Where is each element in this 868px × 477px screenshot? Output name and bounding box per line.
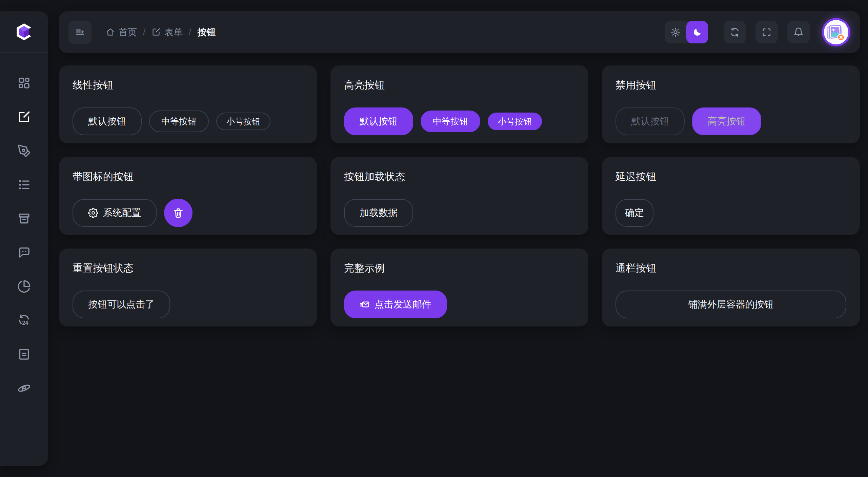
button-row: 系统配置 bbox=[73, 199, 303, 227]
card-title: 延迟按钮 bbox=[615, 170, 846, 184]
notifications-button[interactable] bbox=[787, 21, 810, 43]
card: 延迟按钮确定 bbox=[602, 157, 860, 235]
breadcrumb-home[interactable]: 首页 bbox=[106, 26, 137, 38]
fullscreen-button[interactable] bbox=[755, 21, 778, 43]
cube-logo-icon bbox=[15, 23, 33, 41]
small-button[interactable]: 小号按钮 bbox=[216, 113, 270, 130]
sidebar-item-documents[interactable] bbox=[17, 347, 31, 361]
app-logo[interactable] bbox=[0, 11, 48, 53]
sidebar-item-archive[interactable] bbox=[17, 212, 31, 225]
message-icon bbox=[17, 246, 31, 259]
card: 通栏按钮铺满外层容器的按钮 bbox=[602, 249, 860, 326]
sidebar-item-dashboard[interactable] bbox=[17, 76, 31, 90]
small-primary-button[interactable]: 小号按钮 bbox=[488, 113, 542, 130]
card-title: 禁用按钮 bbox=[615, 78, 846, 92]
send-mail-button[interactable]: 点击发送邮件 bbox=[344, 291, 447, 318]
button-label: 点击发送邮件 bbox=[375, 298, 431, 311]
default-primary-button[interactable]: 默认按钮 bbox=[344, 107, 413, 135]
button-label: 默认按钮 bbox=[88, 115, 126, 128]
gear-icon bbox=[88, 208, 98, 218]
mail-send-icon bbox=[360, 299, 370, 310]
broken-image-avatar-icon bbox=[824, 20, 848, 44]
default-button[interactable]: 默认按钮 bbox=[73, 107, 142, 135]
archive-icon bbox=[17, 212, 31, 225]
button-label: 中等按钮 bbox=[433, 116, 468, 127]
theme-toggle bbox=[665, 21, 708, 43]
card: 禁用按钮默认按钮高亮按钮 bbox=[602, 65, 860, 143]
bell-icon bbox=[793, 27, 804, 37]
confirm-button[interactable]: 确定 bbox=[615, 199, 653, 227]
sidebar-item-schedule-24h[interactable]: 24 bbox=[17, 314, 31, 327]
refresh-button[interactable] bbox=[724, 21, 746, 43]
sidebar-item-design[interactable] bbox=[17, 144, 31, 158]
button-label: 确定 bbox=[625, 206, 644, 219]
button-label: 铺满外层容器的按钮 bbox=[688, 298, 774, 311]
button-label: 中等按钮 bbox=[161, 116, 197, 127]
load-data-button[interactable]: 加载数据 bbox=[344, 199, 413, 227]
sidebar-item-browser[interactable]: e bbox=[17, 381, 31, 395]
card-title: 通栏按钮 bbox=[615, 261, 846, 275]
trash-icon bbox=[173, 207, 184, 219]
sun-icon bbox=[670, 27, 681, 37]
card-title: 重置按钮状态 bbox=[73, 261, 303, 275]
pie-chart-icon bbox=[17, 280, 31, 293]
breadcrumb-current: 按钮 bbox=[197, 26, 216, 38]
button-label: 小号按钮 bbox=[498, 116, 532, 127]
button-row: 确定 bbox=[615, 199, 846, 227]
edit-square-icon bbox=[17, 110, 31, 124]
button-row: 默认按钮高亮按钮 bbox=[615, 107, 846, 136]
card: 高亮按钮默认按钮中等按钮小号按钮 bbox=[330, 65, 588, 143]
button-label: 高亮按钮 bbox=[708, 115, 746, 128]
breadcrumb: 首页 / 表单 / 按钮 bbox=[106, 26, 216, 38]
grid-icon bbox=[17, 76, 31, 90]
breadcrumb-separator: / bbox=[189, 27, 191, 37]
light-mode-button[interactable] bbox=[665, 21, 686, 43]
home-icon bbox=[106, 27, 115, 37]
edit-square-icon bbox=[152, 27, 161, 37]
sidebar: 24e bbox=[0, 11, 48, 466]
list-icon bbox=[17, 178, 31, 192]
button-row: 默认按钮中等按钮小号按钮 bbox=[344, 107, 575, 136]
system-config-button[interactable]: 系统配置 bbox=[73, 199, 157, 227]
button-row: 加载数据 bbox=[344, 199, 575, 227]
disabled-primary-button: 高亮按钮 bbox=[692, 107, 761, 135]
button-row: 按钮可以点击了 bbox=[73, 290, 303, 319]
resettable-button[interactable]: 按钮可以点击了 bbox=[73, 291, 170, 318]
fullscreen-icon bbox=[762, 27, 772, 37]
delete-button[interactable] bbox=[164, 199, 193, 227]
card: 重置按钮状态按钮可以点击了 bbox=[59, 249, 317, 326]
card-title: 线性按钮 bbox=[73, 78, 303, 92]
sidebar-item-charts[interactable] bbox=[17, 280, 31, 293]
pen-tool-icon bbox=[17, 144, 31, 158]
card: 按钮加载状态加载数据 bbox=[330, 157, 588, 235]
button-label: 默认按钮 bbox=[631, 115, 669, 128]
ie-browser-icon: e bbox=[17, 381, 31, 395]
breadcrumb-home-label: 首页 bbox=[119, 26, 137, 38]
moon-icon bbox=[692, 27, 702, 37]
dark-mode-button[interactable] bbox=[686, 21, 708, 43]
breadcrumb-form-label: 表单 bbox=[164, 26, 183, 38]
button-row: 铺满外层容器的按钮 bbox=[615, 290, 846, 319]
disabled-default-button: 默认按钮 bbox=[615, 107, 685, 135]
sidebar-item-messages[interactable] bbox=[17, 246, 31, 259]
breadcrumb-form[interactable]: 表单 bbox=[152, 26, 183, 38]
medium-button[interactable]: 中等按钮 bbox=[149, 111, 209, 132]
sidebar-item-list[interactable] bbox=[17, 178, 31, 192]
user-avatar[interactable] bbox=[824, 20, 848, 44]
svg-text:e: e bbox=[22, 383, 26, 393]
sidebar-nav: 24e bbox=[17, 53, 31, 395]
cards-grid: 线性按钮默认按钮中等按钮小号按钮高亮按钮默认按钮中等按钮小号按钮禁用按钮默认按钮… bbox=[59, 65, 860, 326]
full-width-button[interactable]: 铺满外层容器的按钮 bbox=[615, 291, 846, 318]
button-label: 加载数据 bbox=[360, 206, 398, 219]
breadcrumb-separator: / bbox=[143, 27, 145, 37]
button-row: 点击发送邮件 bbox=[344, 290, 575, 319]
button-label: 默认按钮 bbox=[360, 115, 398, 128]
card-title: 高亮按钮 bbox=[344, 78, 575, 92]
sidebar-collapse-button[interactable] bbox=[68, 21, 92, 44]
button-label: 系统配置 bbox=[103, 206, 141, 219]
card: 完整示例点击发送邮件 bbox=[330, 249, 588, 326]
medium-primary-button[interactable]: 中等按钮 bbox=[421, 111, 480, 132]
header: 首页 / 表单 / 按钮 bbox=[59, 11, 860, 53]
refresh-icon bbox=[730, 27, 740, 37]
sidebar-item-form[interactable] bbox=[17, 110, 31, 124]
